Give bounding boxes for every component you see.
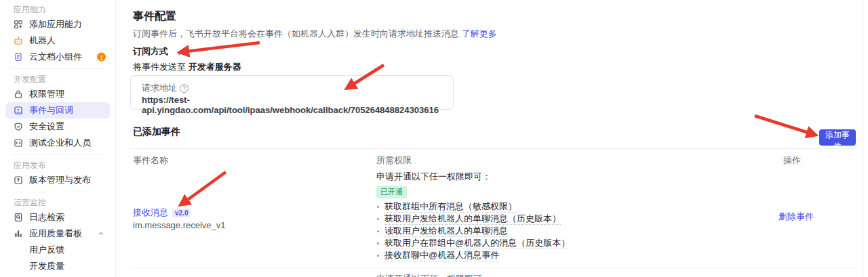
permission-item: 接收群聊中@机器人消息事件 (377, 249, 570, 261)
permission-list: 获取群组中所有消息（敏感权限） 获取用户发给机器人的单聊消息（历史版本） 读取用… (377, 200, 570, 261)
sidebar-item-permission[interactable]: 权限管理 (0, 86, 115, 102)
page-title: 事件配置 (133, 9, 176, 24)
request-url-label: 请求地址 (142, 82, 177, 94)
send-to-row: 将事件发送至 开发者服务器 (133, 61, 241, 73)
edit-pencil-icon[interactable] (177, 47, 186, 56)
upload-icon (14, 175, 23, 185)
col-header-permissions: 所需权限 (376, 154, 412, 167)
permission-intro: 申请开通以下任一权限即可： (376, 171, 491, 183)
permission-text[interactable]: 获取用户发给机器人的单聊消息（历史版本） (384, 213, 561, 225)
subscribe-method-row: 订阅方式 (133, 45, 186, 58)
subscribe-method-label: 订阅方式 (133, 45, 168, 58)
sidebar-section-ops-monitor: 运营监控 (0, 196, 115, 209)
sidebar-divider (11, 154, 104, 155)
permission-text[interactable]: 读取用户发给机器人的单聊消息 (384, 225, 508, 237)
lock-icon (14, 89, 23, 99)
subtitle-text: 订阅事件后，飞书开放平台将会在事件（如机器人入群）发生时向请求地址推送消息 (133, 28, 459, 39)
sidebar-item-label: 权限管理 (29, 88, 64, 100)
sidebar-item-label: 应用质量看板 (29, 228, 82, 240)
version-badge: v2.0 (172, 209, 191, 217)
sidebar-item-doc-widget[interactable]: 云文档小组件 1 (0, 49, 115, 65)
request-url-label-row: 请求地址 ? (142, 82, 189, 94)
permission-item: 获取用户在群组中@机器人的消息（历史版本） (377, 237, 570, 249)
bullet-dot (377, 255, 379, 257)
sidebar-divider (11, 192, 104, 192)
sidebar-item-label: 添加应用能力 (29, 18, 82, 30)
add-event-button[interactable]: 添加事件 (819, 129, 856, 146)
sidebar-item-label: 机器人 (29, 35, 56, 47)
code-brackets-icon (14, 138, 23, 148)
permission-text[interactable]: 获取用户在群组中@机器人的消息（历史版本） (384, 237, 570, 249)
sidebar-item-bot[interactable]: 机器人 (0, 33, 115, 49)
permission-text[interactable]: 获取群组中所有消息（敏感权限） (384, 200, 517, 213)
learn-more-link[interactable]: 了解更多 (462, 28, 497, 39)
doc-widget-icon (14, 52, 23, 62)
page-subtitle: 订阅事件后，飞书开放平台将会在事件（如机器人入群）发生时向请求地址推送消息 了解… (133, 28, 497, 40)
delete-event-link[interactable]: 删除事件 (778, 211, 814, 223)
sidebar-item-version-release[interactable]: 版本管理与发布 (0, 172, 115, 188)
sidebar-divider (11, 68, 104, 69)
sidebar-item-label: 云文档小组件 (29, 51, 82, 63)
log-search-icon (14, 213, 23, 222)
table-top-border (130, 148, 856, 149)
sidebar-item-label: 测试企业和人员 (29, 137, 91, 149)
request-url-value: https://test-api.yingdao.com/api/tool/ip… (142, 95, 453, 115)
grid-plus-icon (14, 20, 23, 29)
sidebar-item-security[interactable]: 安全设置 (0, 119, 115, 135)
shield-check-icon (14, 122, 23, 131)
bullet-dot (377, 230, 379, 232)
status-badge-enabled: 已开通 (376, 186, 407, 198)
permission-item: 获取群组中所有消息（敏感权限） (377, 200, 570, 213)
sidebar-item-label: 开发质量 (29, 260, 64, 272)
sidebar-item-label: 事件与回调 (29, 104, 73, 116)
sidebar: 应用能力 添加应用能力 机器人 云文档小组件 1 开发配置 (0, 0, 116, 277)
sidebar-item-add-capability[interactable]: 添加应用能力 (0, 16, 115, 33)
notification-badge: 1 (97, 53, 106, 62)
event-id-text: im.message.receive_v1 (133, 220, 226, 230)
sidebar-item-label: 用户反馈 (29, 244, 64, 256)
sidebar-item-label: 安全设置 (29, 121, 64, 133)
added-events-title: 已添加事件 (133, 126, 180, 138)
col-header-event-name: 事件名称 (133, 154, 168, 167)
sidebar-item-test-org[interactable]: 测试企业和人员 (0, 135, 115, 151)
help-question-icon[interactable]: ? (180, 84, 189, 93)
permission-text[interactable]: 接收群聊中@机器人消息事件 (384, 249, 499, 261)
permission-item: 读取用户发给机器人的单聊消息 (377, 225, 570, 237)
next-row-clipped-text: 申请开通以下任一权限即可： (376, 273, 491, 277)
bullet-dot (377, 218, 379, 220)
sidebar-item-label: 日志检索 (29, 211, 64, 223)
request-url-box: 请求地址 ? https://test-api.yingdao.com/api/… (130, 75, 454, 110)
sidebar-item-user-feedback[interactable]: 用户反馈 (0, 242, 115, 258)
sidebar-section-dev-config: 开发配置 (0, 72, 115, 86)
main-content: 事件配置 订阅事件后，飞书开放平台将会在事件（如机器人入群）发生时向请求地址推送… (116, 0, 868, 277)
right-edge-divider (863, 0, 863, 277)
chevron-up-icon[interactable] (98, 230, 104, 237)
robot-icon (14, 36, 23, 45)
send-to-prefix: 将事件发送至 (133, 62, 189, 72)
bullet-dot (377, 242, 379, 244)
event-config-page: 应用能力 添加应用能力 机器人 云文档小组件 1 开发配置 (0, 0, 868, 277)
sidebar-item-quality-dashboard[interactable]: 应用质量看板 (0, 226, 115, 242)
bar-chart-icon (14, 229, 23, 238)
row-divider (130, 268, 856, 268)
sidebar-section-app-release: 应用发布 (0, 158, 115, 172)
event-callback-icon (14, 106, 23, 115)
col-header-actions: 操作 (783, 154, 801, 167)
event-name-link[interactable]: 接收消息 (133, 207, 168, 219)
sidebar-item-label: 版本管理与发布 (29, 174, 91, 186)
sidebar-section-app-capability: 应用能力 (0, 3, 115, 16)
bullet-dot (377, 206, 379, 208)
permission-item: 获取用户发给机器人的单聊消息（历史版本） (377, 213, 570, 225)
send-to-target: 开发者服务器 (189, 62, 241, 72)
sidebar-item-dev-quality[interactable]: 开发质量 (0, 258, 115, 274)
table-row-event-name: 接收消息 v2.0 (133, 207, 191, 219)
sidebar-item-log-search[interactable]: 日志检索 (0, 209, 115, 226)
sidebar-item-events-callbacks[interactable]: 事件与回调 (5, 102, 110, 119)
